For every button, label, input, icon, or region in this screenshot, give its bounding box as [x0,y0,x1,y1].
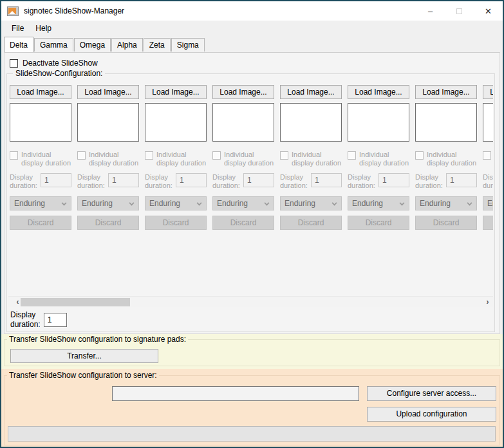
slide-display-duration: Display duration: [10,173,71,190]
discard-button[interactable]: Discard [212,216,274,230]
upload-progress-bar [8,426,496,442]
pads-section-title: Transfer SlideShow configuration to sign… [7,335,188,344]
discard-button[interactable]: Discard [145,216,207,230]
close-button[interactable]: ✕ [474,1,503,21]
slide-display-duration: Display duration: [483,173,493,190]
load-image-button[interactable]: Load Image... [415,85,477,99]
checkbox-icon[interactable] [483,151,491,160]
discard-button[interactable]: Discard [77,216,139,230]
individual-duration-label: Individual display duration [292,151,342,167]
checkbox-icon[interactable] [348,151,356,160]
individual-duration-label: Individual display duration [224,151,274,167]
server-url-field[interactable] [112,386,359,401]
slideshow-configuration-group: SlideShow-Configuration: Load Image... I… [6,73,495,332]
tab-gamma[interactable]: Gamma [34,38,73,51]
discard-button[interactable]: Discard [280,216,342,230]
image-preview [10,103,71,142]
menu-help[interactable]: Help [30,22,57,35]
load-image-button[interactable]: Load Image... [483,85,493,99]
tab-alpha[interactable]: Alpha [111,38,143,51]
image-preview [145,103,207,142]
individual-duration-label: Individual display duration [21,151,71,167]
tab-zeta[interactable]: Zeta [144,38,171,51]
duration-mode-select[interactable]: Enduring [280,196,342,210]
individual-duration-checkbox[interactable]: Individual display duration [348,151,409,167]
discard-button[interactable]: Discard [348,216,409,230]
individual-duration-checkbox[interactable]: Individual display duration [415,151,477,167]
menu-file[interactable]: File [6,22,30,35]
checkbox-icon[interactable] [10,59,18,68]
individual-duration-checkbox[interactable]: Individual display duration [212,151,274,167]
duration-mode-select[interactable]: Enduring [212,196,274,210]
individual-duration-checkbox[interactable]: Individual display duration [145,151,207,167]
deactivate-slideshow-checkbox[interactable]: Deactivate SlideShow [10,59,98,68]
slide-column: Load Image... Individual display duratio… [212,85,274,230]
slide-duration-label: Display duration: [10,173,38,190]
duration-mode-value: Enduring [352,199,383,208]
discard-button[interactable]: Discard [483,216,493,230]
image-preview [212,103,274,142]
individual-duration-checkbox[interactable]: Individual display duration [10,151,71,167]
slide-column: Load Image... Individual display duratio… [145,85,207,230]
slide-column: Load Image... Individual display duratio… [10,85,71,230]
duration-mode-select[interactable]: Enduring [145,196,207,210]
checkbox-icon[interactable] [10,151,18,160]
slide-duration-label: Display duration: [77,173,106,190]
duration-mode-select[interactable]: Enduring [348,196,409,210]
individual-duration-checkbox[interactable]: Individual display duration [280,151,342,167]
slide-display-duration: Display duration: [77,173,139,190]
duration-mode-select[interactable]: Enduring [483,196,493,210]
duration-mode-value: Enduring [285,199,315,208]
slide-duration-input[interactable] [176,173,207,187]
load-image-button[interactable]: Load Image... [348,85,409,99]
checkbox-icon[interactable] [212,151,221,160]
menubar: File Help [1,21,503,36]
checkbox-icon[interactable] [77,151,86,160]
discard-button[interactable]: Discard [10,216,71,230]
individual-duration-label: Individual display duration [89,151,139,167]
individual-duration-checkbox[interactable]: Individual display duration [77,151,139,167]
checkbox-icon[interactable] [145,151,153,160]
discard-button[interactable]: Discard [415,216,477,230]
slide-duration-input[interactable] [378,173,409,187]
tab-omega[interactable]: Omega [74,38,111,51]
slide-duration-input[interactable] [41,173,71,187]
slide-duration-input[interactable] [108,173,139,187]
load-image-button[interactable]: Load Image... [145,85,207,99]
tab-delta[interactable]: Delta [4,37,33,52]
upload-configuration-button[interactable]: Upload configuration [367,407,496,422]
load-image-button[interactable]: Load Image... [10,85,71,99]
global-duration-input[interactable] [44,313,67,327]
duration-mode-select[interactable]: Enduring [77,196,139,210]
tab-sigma[interactable]: Sigma [171,38,205,51]
configure-server-access-button[interactable]: Configure server access... [367,386,496,401]
scroll-right-icon[interactable]: › [482,297,493,308]
minimize-button[interactable]: – [416,1,445,21]
duration-mode-select[interactable]: Enduring [10,196,71,210]
slide-column: Load Image... Individual display duratio… [77,85,139,230]
duration-mode-value: Enduring [82,199,113,208]
slide-column: Load Image... Individual display duratio… [483,85,493,230]
load-image-button[interactable]: Load Image... [280,85,342,99]
slide-display-duration: Display duration: [348,173,409,190]
individual-duration-checkbox[interactable]: Individual display duration [483,151,493,167]
scrollbar-thumb[interactable] [21,298,130,306]
load-image-button[interactable]: Load Image... [212,85,274,99]
slide-duration-input[interactable] [243,173,274,187]
pads-transfer-section: Transfer SlideShow configuration to sign… [1,334,503,369]
slide-duration-input[interactable] [446,173,477,187]
transfer-button[interactable]: Transfer... [10,349,158,363]
duration-mode-value: Enduring [14,199,45,208]
checkbox-icon[interactable] [415,151,424,160]
slide-duration-input[interactable] [311,173,342,187]
duration-mode-select[interactable]: Enduring [415,196,477,210]
global-display-duration: Display duration: [10,310,67,329]
individual-duration-label: Individual display duration [156,151,207,167]
checkbox-icon[interactable] [280,151,288,160]
slides-row: Load Image... Individual display duratio… [10,74,493,230]
slide-duration-label: Display duration: [145,173,173,190]
load-image-button[interactable]: Load Image... [77,85,139,99]
maximize-button[interactable] [445,1,474,21]
tab-page-delta: Deactivate SlideShow SlideShow-Configura… [4,52,500,334]
slides-horizontal-scrollbar[interactable]: ‹ › [8,296,493,307]
